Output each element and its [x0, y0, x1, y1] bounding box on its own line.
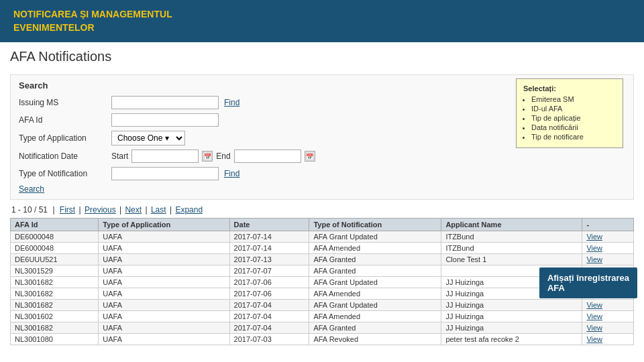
table-cell: 2017-07-06	[229, 277, 309, 288]
view-link[interactable]: View	[586, 312, 602, 320]
table-cell: NL3001682	[11, 300, 99, 311]
notification-date-label: Notification Date	[19, 152, 106, 161]
view-link[interactable]: View	[586, 244, 602, 252]
header-line2: EVENIMENTELOR	[13, 21, 631, 35]
table-cell: AFA Grant Updated	[309, 231, 441, 243]
afa-id-input[interactable]	[111, 113, 219, 127]
table-cell: 2017-07-06	[229, 288, 309, 300]
table-cell: UAFA	[99, 254, 229, 265]
table-cell: AFA Amended	[309, 243, 441, 254]
table-cell: 2017-07-07	[229, 265, 309, 277]
table-cell: UAFA	[99, 288, 229, 300]
table-cell: NL3001602	[11, 311, 99, 322]
table-cell: AFA Revoked	[309, 334, 441, 345]
search-button[interactable]: Search	[19, 184, 44, 194]
table-cell: 2017-07-04	[229, 322, 309, 334]
table-cell: ITZBund	[441, 231, 582, 243]
issuing-ms-input[interactable]	[111, 96, 219, 109]
table-cell: UAFA	[99, 231, 229, 243]
type-of-app-label: Type of Application	[19, 133, 106, 143]
date-range: Start 📅 End 📅	[111, 149, 315, 163]
table-cell: UAFA	[99, 322, 229, 334]
view-link[interactable]: View	[586, 335, 602, 343]
table-cell: NL3001529	[11, 265, 99, 277]
view-cell: View	[582, 243, 634, 254]
type-of-notification-label: Type of Notification	[19, 169, 106, 178]
pagination-first[interactable]: First	[60, 205, 75, 215]
table-cell: 2017-07-14	[229, 243, 309, 254]
tooltip-item-1: Emiterea SM	[531, 95, 616, 103]
col-header-type-app: Type of Application	[99, 219, 229, 231]
table-cell: NL3001682	[11, 288, 99, 300]
table-cell: NL3001080	[11, 334, 99, 345]
table-cell: AFA Granted	[309, 265, 441, 277]
table-cell: DE6000048	[11, 243, 99, 254]
view-link[interactable]: View	[586, 255, 602, 263]
tooltip-box: Selectați: Emiterea SM ID-ul AFA Tip de …	[516, 78, 623, 148]
tooltip-title: Selectați:	[523, 84, 616, 93]
col-header-afa-id: AFA Id	[11, 219, 99, 231]
view-cell: View	[582, 300, 634, 311]
table-cell: Clone Test 1	[441, 254, 582, 265]
search-btn-row: Search	[19, 184, 625, 194]
type-of-notification-input[interactable]	[111, 167, 219, 180]
table-row: NL3001080UAFA2017-07-03AFA Revokedpeter …	[11, 334, 634, 345]
table-header-row: AFA Id Type of Application Date Type of …	[11, 219, 634, 231]
table-cell: DE6UUU521	[11, 254, 99, 265]
pagination-expand[interactable]: Expand	[175, 205, 203, 215]
view-link[interactable]: View	[586, 233, 602, 241]
start-date-input[interactable]	[131, 149, 199, 163]
table-cell: AFA Amended	[309, 311, 441, 322]
view-link[interactable]: View	[586, 324, 602, 332]
table-cell: UAFA	[99, 334, 229, 345]
type-of-notification-find-link[interactable]: Find	[224, 169, 239, 178]
afisati-line2: AFA	[547, 283, 629, 293]
end-calendar-icon[interactable]: 📅	[305, 151, 315, 162]
tooltip-item-2: ID-ul AFA	[531, 105, 616, 113]
pagination-last[interactable]: Last	[151, 205, 166, 215]
start-calendar-icon[interactable]: 📅	[202, 151, 213, 162]
table-row: NL3001682UAFA2017-07-04AFA GrantedJJ Hui…	[11, 322, 634, 334]
table-cell: 2017-07-14	[229, 231, 309, 243]
end-date-input[interactable]	[234, 149, 301, 163]
pagination-count: 1 - 10 / 51	[11, 205, 48, 215]
table-row: NL3001682UAFA2017-07-04AFA Grant Updated…	[11, 300, 634, 311]
view-cell: View	[582, 231, 634, 243]
table-cell: 2017-07-04	[229, 300, 309, 311]
issuing-ms-find-link[interactable]: Find	[224, 98, 239, 107]
table-cell: AFA Granted	[309, 254, 441, 265]
table-cell: AFA Grant Updated	[309, 300, 441, 311]
col-header-action: -	[582, 219, 634, 231]
end-label: End	[216, 152, 230, 161]
table-cell: AFA Amended	[309, 288, 441, 300]
view-link[interactable]: View	[586, 301, 602, 309]
header-line1: NOTIFICAREA ȘI MANAGEMENTUL	[13, 8, 631, 21]
col-header-type-notif: Type of Notification	[309, 219, 441, 231]
table-cell: UAFA	[99, 311, 229, 322]
tooltip-item-5: Tip de notificare	[531, 133, 616, 141]
table-cell: JJ Huizinga	[441, 311, 582, 322]
afisati-line1: Afișați înregistrarea	[547, 273, 629, 283]
pagination-previous[interactable]: Previous	[85, 205, 116, 215]
main-content: AFA Notifications Search Selectați: Emit…	[0, 42, 644, 352]
table-cell: UAFA	[99, 265, 229, 277]
start-label: Start	[111, 152, 128, 161]
view-cell: View	[582, 322, 634, 334]
col-header-applicant: Applicant Name	[441, 219, 582, 231]
afa-id-label: AFA Id	[19, 115, 106, 125]
table-cell: 2017-07-04	[229, 311, 309, 322]
header: NOTIFICAREA ȘI MANAGEMENTUL EVENIMENTELO…	[0, 0, 644, 42]
tooltip-item-3: Tip de aplicație	[531, 114, 616, 122]
view-cell: View	[582, 254, 634, 265]
table-row: DE6000048UAFA2017-07-14AFA Grant Updated…	[11, 231, 634, 243]
table-cell: NL3001682	[11, 322, 99, 334]
issuing-ms-label: Issuing MS	[19, 98, 106, 107]
pagination-next[interactable]: Next	[125, 205, 142, 215]
table-cell: ITZBund	[441, 243, 582, 254]
table-cell: 2017-07-03	[229, 334, 309, 345]
pagination-bar: 1 - 10 / 51 | First | Previous | Next | …	[10, 205, 634, 215]
type-of-app-select[interactable]: Choose One ▾	[111, 131, 185, 145]
table-cell: NL3001682	[11, 277, 99, 288]
page-title: AFA Notifications	[10, 49, 634, 68]
table-row: DE6UUU521UAFA2017-07-13AFA GrantedClone …	[11, 254, 634, 265]
